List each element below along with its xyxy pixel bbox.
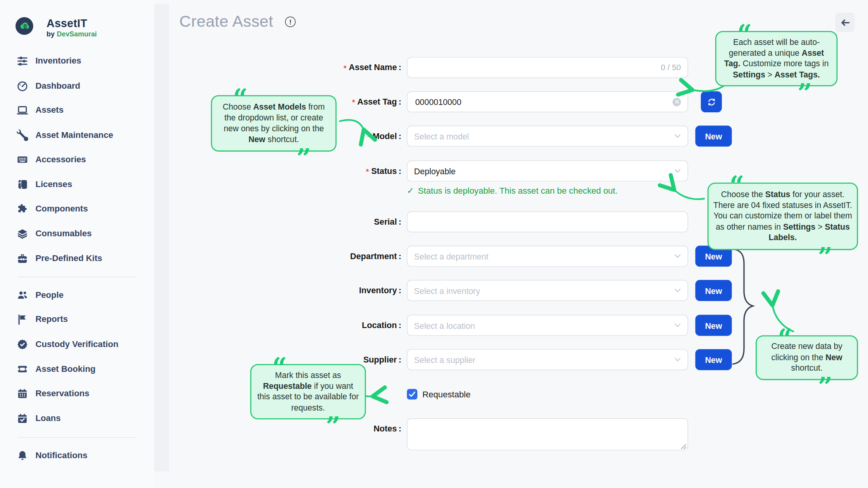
- keyboard-icon: [17, 153, 28, 165]
- calendar-check-icon: [17, 412, 28, 424]
- flag-icon: [17, 313, 28, 325]
- page-title: Create Asset: [179, 12, 273, 30]
- callout-model: “ Choose Asset Models from the dropdown …: [211, 95, 336, 152]
- status-help-text: ✓Status is deployable. This asset can be…: [407, 186, 618, 196]
- notes-textarea[interactable]: [407, 418, 688, 450]
- sidebar: AssetIT byDevSamurai Inventories Dashboa…: [0, 0, 155, 488]
- sidebar-item-label: Inventories: [35, 56, 81, 66]
- sidebar-item-label: Loans: [35, 413, 60, 423]
- bell-icon: [17, 450, 28, 461]
- supplier-label: Supplier:: [238, 354, 401, 365]
- sidebar-item-assets[interactable]: Assets: [17, 103, 64, 117]
- sidebar-item-label: Accessories: [35, 155, 86, 165]
- new-model-button[interactable]: New: [695, 125, 732, 146]
- info-icon[interactable]: !: [285, 17, 296, 27]
- app-logo-icon: [16, 17, 33, 35]
- status-select[interactable]: Deployable: [407, 160, 688, 181]
- sidebar-item-label: Licenses: [35, 179, 72, 189]
- sliders-icon: [17, 55, 28, 67]
- sidebar-item-dashboard[interactable]: Dashboard: [17, 79, 80, 92]
- sidebar-item-label: Reports: [35, 314, 68, 324]
- chevron-down-icon: [674, 288, 681, 292]
- chevron-down-icon: [674, 134, 681, 138]
- sidebar-item-label: Consumables: [35, 229, 91, 239]
- calendar-icon: [17, 388, 28, 399]
- sidebar-item-reservations[interactable]: Reservations: [17, 387, 90, 400]
- puzzle-icon: [17, 203, 28, 215]
- sidebar-item-label: Pre-Defined Kits: [35, 253, 102, 263]
- arrow-to-model: [340, 120, 364, 131]
- gauge-icon: [17, 80, 28, 91]
- app-window: AssetIT byDevSamurai Inventories Dashboa…: [0, 0, 868, 488]
- serial-field: [407, 211, 688, 232]
- refresh-icon: [706, 96, 716, 107]
- chevron-down-icon: [674, 254, 681, 258]
- sidebar-item-label: Dashboard: [35, 81, 80, 91]
- toolbox-icon: [17, 253, 28, 264]
- status-label: *Status:: [238, 165, 401, 177]
- sidebar-item-reports[interactable]: Reports: [17, 313, 68, 326]
- byline-prefix: by: [46, 31, 55, 38]
- sidebar-item-people[interactable]: People: [17, 288, 64, 301]
- new-location-button[interactable]: New: [695, 315, 732, 336]
- brace-new-buttons: [733, 249, 753, 364]
- asset-name-field: 0 / 50: [407, 57, 688, 78]
- sidebar-item-notifications[interactable]: Notifications: [17, 449, 88, 462]
- wrench-icon: [17, 129, 28, 141]
- sidebar-item-consumables[interactable]: Consumables: [17, 227, 92, 240]
- sidebar-item-asset-maintenance[interactable]: Asset Maintenance: [17, 128, 113, 141]
- chevron-down-icon: [674, 169, 681, 173]
- serial-label: Serial:: [238, 217, 401, 228]
- sidebar-item-asset-booking[interactable]: Asset Booking: [17, 363, 96, 376]
- sidebar-item-label: Custody Verification: [35, 339, 118, 349]
- sidebar-item-label: Reservations: [35, 388, 89, 399]
- regenerate-tag-button[interactable]: [701, 91, 722, 112]
- content-scrollbar[interactable]: [155, 4, 169, 471]
- sidebar-item-loans[interactable]: Loans: [17, 412, 61, 425]
- sidebar-item-label: Asset Maintenance: [35, 130, 113, 140]
- sidebar-item-accessories[interactable]: Accessories: [17, 153, 86, 166]
- serial-input[interactable]: [414, 217, 681, 227]
- new-inventory-button[interactable]: New: [695, 280, 732, 301]
- new-supplier-button[interactable]: New: [695, 349, 732, 370]
- supplier-select[interactable]: Select a supplier: [407, 349, 688, 370]
- callout-new-shortcut: “ Create new data by clicking on the New…: [756, 335, 858, 380]
- clear-icon[interactable]: [673, 98, 681, 106]
- char-counter: 0 / 50: [661, 63, 681, 72]
- sidebar-divider: [18, 437, 136, 438]
- arrow-to-status-help: [673, 189, 704, 199]
- asset-name-input[interactable]: [414, 62, 656, 73]
- department-select[interactable]: Select a department: [407, 246, 688, 266]
- asset-tag-field: [407, 91, 688, 112]
- sidebar-item-label: Components: [35, 204, 88, 214]
- callout-requestable: “ Mark this asset as Requestable if you …: [250, 364, 366, 419]
- cloud-server-icon: [19, 21, 30, 32]
- chevron-down-icon: [674, 357, 681, 362]
- check-icon: [408, 391, 416, 397]
- layers-icon: [17, 228, 28, 239]
- asset-tag-input[interactable]: [414, 96, 668, 107]
- sidebar-item-pre-defined-kits[interactable]: Pre-Defined Kits: [17, 252, 102, 265]
- sidebar-divider: [18, 277, 136, 277]
- sidebar-item-label: Notifications: [35, 450, 87, 461]
- model-select[interactable]: Select a model: [407, 125, 688, 146]
- chevron-down-icon: [674, 323, 681, 327]
- callout-status: “ Choose the Status for your asset. Ther…: [708, 182, 858, 250]
- sidebar-item-inventories[interactable]: Inventories: [17, 54, 81, 67]
- arrow-left-icon: [839, 17, 851, 28]
- requestable-checkbox[interactable]: [407, 389, 417, 399]
- app-name: AssetIT: [46, 17, 97, 29]
- sidebar-item-label: People: [35, 290, 64, 300]
- back-button[interactable]: [835, 13, 855, 32]
- license-scroll-icon: [17, 179, 28, 190]
- location-select[interactable]: Select a location: [407, 315, 688, 336]
- callout-asset-tag: “ Each asset will be auto-generated a un…: [715, 31, 838, 86]
- sidebar-item-licenses[interactable]: Licenses: [17, 178, 72, 191]
- sidebar-item-label: Asset Booking: [35, 364, 95, 374]
- inventory-select[interactable]: Select a inventory: [407, 280, 688, 301]
- check-icon: ✓: [407, 186, 414, 195]
- sidebar-item-components[interactable]: Components: [17, 202, 88, 215]
- sidebar-item-custody-verification[interactable]: Custody Verification: [17, 337, 119, 351]
- laptop-icon: [17, 104, 28, 116]
- requestable-checkbox-label[interactable]: Requestable: [422, 389, 470, 399]
